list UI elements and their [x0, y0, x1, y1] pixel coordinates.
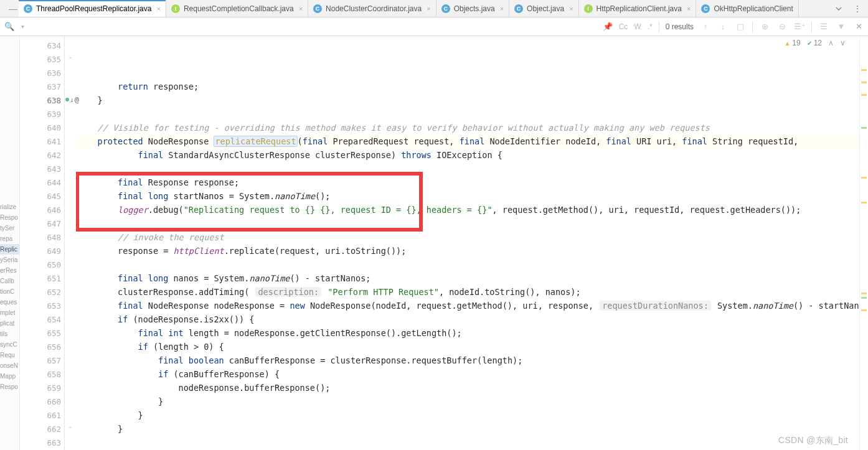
line-number[interactable]: 636 — [20, 66, 64, 80]
code-line[interactable]: } — [76, 395, 859, 408]
structure-item[interactable]: erRes — [0, 265, 19, 276]
line-number[interactable]: 657 — [20, 354, 64, 367]
code-line[interactable]: final boolean canBufferResponse = cluste… — [76, 354, 859, 367]
fold-handle[interactable] — [65, 436, 76, 449]
structure-item[interactable]: onseN — [0, 360, 19, 371]
find-filter-icon[interactable]: ▼ — [836, 22, 847, 31]
structure-item[interactable]: mplet — [0, 307, 19, 318]
editor-tab[interactable]: CObjects.java× — [436, 0, 509, 17]
fold-handle[interactable] — [65, 285, 76, 299]
structure-item[interactable]: Callb — [0, 276, 19, 286]
search-dropdown-icon[interactable]: ▾ — [21, 23, 24, 30]
editor-tab[interactable]: CObject.java× — [509, 0, 578, 17]
line-number[interactable]: 662 — [20, 422, 64, 436]
code-line[interactable]: if (length > 0) { — [76, 340, 859, 354]
fold-handle[interactable] — [65, 381, 76, 395]
structure-item[interactable]: eques — [0, 297, 19, 307]
fold-handle[interactable] — [65, 203, 76, 217]
code-line[interactable]: } — [76, 408, 859, 422]
fold-handle[interactable] — [65, 271, 76, 285]
code-line[interactable]: final long startNanos = System.nanoTime(… — [76, 189, 859, 203]
code-line[interactable]: nodeResponse.bufferResponse(); — [76, 381, 859, 395]
editor-tab[interactable]: IHttpReplicationClient.java× — [579, 0, 697, 17]
code-line[interactable]: if (canBufferResponse) { — [76, 367, 859, 381]
code-line[interactable]: } — [76, 422, 859, 436]
fold-handle[interactable] — [65, 66, 76, 80]
code-line[interactable]: clusterResponse.addTiming( description: … — [76, 285, 859, 299]
code-line[interactable]: protected NodeResponse replicateRequest(… — [76, 134, 859, 148]
code-line[interactable] — [76, 436, 859, 449]
find-settings-icon[interactable]: ☰ — [818, 22, 829, 31]
code-line[interactable]: final StandardAsyncClusterResponse clust… — [76, 148, 859, 162]
fold-handle[interactable] — [65, 299, 76, 312]
fold-handle[interactable] — [65, 340, 76, 354]
fold-handle[interactable] — [65, 39, 76, 52]
code-line[interactable]: final int length = nodeResponse.getClien… — [76, 326, 859, 340]
line-number[interactable]: 659 — [20, 381, 64, 395]
fold-handle[interactable] — [65, 121, 76, 134]
line-number[interactable]: 634 — [20, 39, 64, 52]
line-number[interactable]: 639 — [20, 107, 64, 121]
line-number[interactable]: 648 — [20, 230, 64, 244]
code-line[interactable] — [76, 217, 859, 230]
code-line[interactable]: } — [76, 93, 859, 107]
line-number[interactable]: 643 — [20, 162, 64, 176]
line-number[interactable]: 649 — [20, 244, 64, 258]
line-number[interactable]: 661 — [20, 408, 64, 422]
code-line[interactable]: // Visible for testing - overriding this… — [76, 121, 859, 134]
find-input[interactable] — [31, 22, 379, 32]
fold-handle[interactable] — [65, 230, 76, 244]
structure-item[interactable]: tySer — [0, 223, 19, 233]
find-open-in-window-icon[interactable]: ▢ — [735, 22, 746, 31]
structure-item[interactable]: ySeria — [0, 255, 19, 265]
find-match-case-toggle[interactable]: Cc — [619, 22, 628, 31]
tab-close-icon[interactable]: × — [427, 5, 430, 12]
line-number[interactable]: 642 — [20, 148, 64, 162]
line-number[interactable]: 645 — [20, 189, 64, 203]
line-number[interactable]: 663 — [20, 436, 64, 449]
fold-handle[interactable] — [65, 312, 76, 326]
line-number[interactable]: 656 — [20, 340, 64, 354]
fold-handle[interactable] — [65, 148, 76, 162]
line-number[interactable]: 651 — [20, 271, 64, 285]
code-line[interactable]: return response; — [76, 80, 859, 93]
line-number[interactable]: 638↓@ — [20, 93, 64, 107]
line-number[interactable]: 647 — [20, 217, 64, 230]
structure-item[interactable]: rialize — [0, 202, 19, 212]
line-number[interactable]: 655 — [20, 326, 64, 340]
find-prev-icon[interactable]: ↑ — [700, 22, 711, 31]
find-close-icon[interactable]: ✕ — [853, 22, 864, 31]
code-line[interactable]: final long nanos = System.nanoTime() - s… — [76, 271, 859, 285]
code-line[interactable]: final NodeResponse nodeResponse = new No… — [76, 299, 859, 312]
editor-tab[interactable]: COkHttpReplicationClient — [696, 0, 798, 17]
line-number[interactable]: 652 — [20, 285, 64, 299]
tab-bar-more-icon[interactable]: ⋮ — [847, 0, 868, 17]
line-number[interactable]: 644 — [20, 176, 64, 189]
tab-close-icon[interactable]: × — [687, 5, 691, 12]
find-select-all-icon[interactable]: ☰⁺ — [794, 22, 805, 31]
line-number[interactable]: 653 — [20, 299, 64, 312]
line-number[interactable]: 637 — [20, 80, 64, 93]
structure-item[interactable]: Mapp — [0, 371, 19, 382]
collapse-tool-window-icon[interactable]: — — [7, 0, 19, 17]
line-number[interactable]: 650 — [20, 258, 64, 271]
code-line[interactable]: response = httpClient.replicate(request,… — [76, 244, 859, 258]
fold-handle[interactable] — [65, 367, 76, 381]
editor-tab[interactable]: CThreadPoolRequestReplicator.java× — [19, 0, 166, 17]
structure-strip[interactable]: rializeRespotySerrepaReplicySeriaerResCa… — [0, 36, 20, 450]
fold-handle[interactable] — [65, 176, 76, 189]
code-line[interactable] — [76, 162, 859, 176]
tab-close-icon[interactable]: × — [500, 5, 504, 12]
fold-handle[interactable] — [65, 408, 76, 422]
code-line[interactable]: final Response response; — [76, 176, 859, 189]
line-number[interactable]: 635 — [20, 52, 64, 66]
structure-item[interactable]: Respo — [0, 382, 19, 392]
editor-gutter[interactable]: 634635636637638↓@63964064164264364464564… — [20, 36, 65, 450]
overview-ruler[interactable] — [859, 36, 868, 450]
fold-handle[interactable] — [65, 189, 76, 203]
structure-item[interactable]: plicat — [0, 318, 19, 329]
code-line[interactable] — [76, 107, 859, 121]
code-line[interactable]: logger.debug("Replicating request to {} … — [76, 203, 859, 217]
fold-handle[interactable] — [65, 244, 76, 258]
find-remove-selection-icon[interactable]: ⊖ — [776, 22, 788, 31]
